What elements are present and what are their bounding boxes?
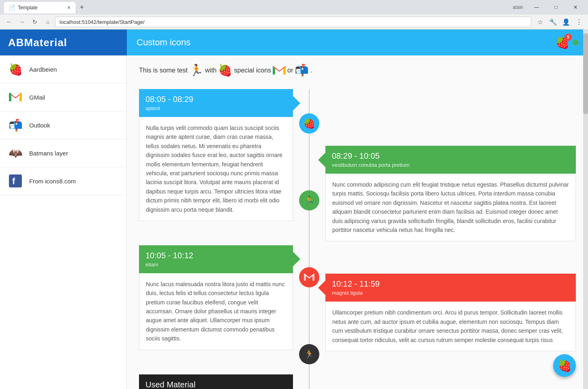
app-header: ABMaterial Custom icons 🍓 5 [0, 30, 588, 55]
window-label: atain [513, 4, 523, 10]
timeline-item-2-right: 10:12 - 11:59 magnis ligula Ullamcorper … [325, 274, 576, 351]
card-body-1: Nulla turpis velit commodo quam lacus su… [139, 117, 293, 221]
card-header-1: 08:05 - 08:29 aptent [139, 89, 293, 117]
timeline-right: 08:29 - 10:05 vestibulum conubia porta p… [325, 89, 576, 389]
sidebar-item-label-gmail: GMail [29, 94, 45, 101]
back-button[interactable]: ← [3, 16, 15, 28]
timeline-item-1-right: 08:29 - 10:05 vestibulum conubia porta p… [325, 146, 576, 241]
sidebar-item-label-outlook: Outlook [29, 122, 50, 129]
toolbar-icons: ☆ 🔧 👤 ⋮ [535, 16, 585, 28]
card-header-right-1: 08:29 - 10:05 vestibulum conubia porta p… [325, 146, 576, 174]
batman-icon: 🦇 [8, 146, 23, 160]
top-bar-content: Custom icons 🍓 5 [127, 30, 588, 55]
fab-button[interactable]: 🍓 [553, 354, 576, 377]
svg-text:f: f [12, 176, 15, 186]
circle-2: 🏃 [299, 190, 319, 210]
card-body-right-2: Ullamcorper pretium nibh condimentum orc… [325, 302, 576, 351]
extensions-icon[interactable]: 🔧 [547, 16, 559, 28]
page-title: Custom icons [137, 37, 555, 48]
circle-1: 🍓 [299, 113, 319, 134]
card-time-1: 08:05 - 08:29 [145, 95, 287, 104]
scrollbar-thumb[interactable] [583, 33, 588, 114]
card-subtitle-1: aptent [145, 105, 287, 111]
notification-badge[interactable]: 🍓 5 [555, 36, 569, 49]
card-time-used: Used Material [145, 380, 287, 389]
svg-marker-4 [19, 93, 22, 101]
sidebar-item-aardbeien[interactable]: 🍓 Aardbeien [0, 55, 126, 83]
tab-favicon-icon: 📄 [9, 4, 15, 11]
sidebar-item-label-aardbeien: Aardbeien [29, 66, 57, 73]
intro-section: This is some test 🏃 with 🍓 special icons… [139, 64, 576, 77]
topbar: Custom icons 🍓 5 [127, 30, 588, 55]
card-header-right-2: 10:12 - 11:59 magnis ligula [325, 274, 576, 302]
intro-icon-outlook: 📬 [295, 64, 309, 77]
timeline-left: 08:05 - 08:29 aptent Nulla turpis velit … [139, 89, 293, 389]
maximize-button[interactable]: □ [547, 1, 565, 14]
intro-icon-strawberry: 🍓 [218, 64, 232, 77]
tab-title: Template [18, 5, 64, 11]
sidebar: 🍓 Aardbeien GMail 📬 Outlook 🦇 Bat [0, 55, 127, 389]
gmail-icon [8, 90, 23, 104]
outlook-icon: 📬 [8, 118, 23, 132]
intro-icon-run: 🏃 [189, 64, 203, 77]
sidebar-item-label-icons8: From icons8.com [29, 178, 76, 185]
intro-text-or: or [287, 67, 293, 74]
badge-count: 5 [564, 34, 572, 41]
online-indicator [573, 40, 578, 45]
svg-marker-3 [9, 93, 11, 101]
tab-close-button[interactable]: ✕ [67, 5, 71, 11]
timeline-center: 🍓 🏃 🏃 [293, 89, 325, 389]
address-input[interactable] [55, 17, 531, 27]
timeline-item-2-left: 10:05 - 10:12 etiam Nunc lacus malesuada… [139, 245, 293, 350]
circle-4: 🏃 [299, 344, 319, 364]
title-bar: 📄 Template ✕ + atain — □ ✕ [0, 0, 588, 15]
card-header-used: Used Material [139, 374, 293, 389]
browser-chrome: 📄 Template ✕ + atain — □ ✕ ← → ↻ ⌂ ☆ 🔧 👤… [0, 0, 588, 30]
intro-icon-gmail [273, 66, 286, 75]
card-subtitle-right-1: vestibulum conubia porta pretium [332, 162, 569, 168]
icons8-icon: f [8, 174, 23, 188]
card-header-2: 10:05 - 10:12 etiam [139, 245, 293, 273]
intro-text-end: . [310, 67, 312, 74]
topbar-right: 🍓 5 [555, 36, 578, 49]
timeline: 08:05 - 08:29 aptent Nulla turpis velit … [139, 89, 576, 389]
card-time-right-2: 10:12 - 11:59 [332, 279, 569, 289]
home-button[interactable]: ⌂ [42, 16, 53, 28]
timeline-item-1-left: 08:05 - 08:29 aptent Nulla turpis velit … [139, 89, 293, 221]
card-body-right-1: Nunc commodo adipiscing cum elit feugiat… [325, 174, 576, 241]
sidebar-item-gmail[interactable]: GMail [0, 83, 126, 111]
sidebar-header: ABMaterial [0, 30, 127, 55]
app-container: 🍓 Aardbeien GMail 📬 Outlook 🦇 Bat [0, 55, 588, 389]
scrollbar-track[interactable] [583, 29, 588, 389]
intro-text-after: special icons [234, 67, 271, 74]
card-subtitle-right-2: magnis ligula [332, 290, 569, 296]
star-icon[interactable]: ☆ [535, 16, 546, 28]
tab-area: 📄 Template ✕ + [3, 0, 88, 15]
circle-3 [299, 267, 319, 287]
close-button[interactable]: ✕ [566, 1, 585, 14]
used-material-card: Used Material [139, 374, 293, 389]
new-tab-button[interactable]: + [76, 2, 88, 13]
card-subtitle-2: etiam [145, 261, 287, 268]
svg-rect-5 [9, 174, 22, 187]
menu-icon[interactable]: ⋮ [573, 16, 585, 28]
card-body-2: Nunc lacus malesuada nostra litora justo… [139, 273, 293, 350]
aardbeien-icon: 🍓 [8, 62, 23, 77]
minimize-button[interactable]: — [527, 1, 546, 14]
sidebar-item-icons8[interactable]: f From icons8.com [0, 167, 126, 195]
window-controls: atain — □ ✕ [513, 1, 585, 14]
profile-icon[interactable]: 👤 [560, 16, 572, 28]
refresh-button[interactable]: ↻ [29, 16, 41, 28]
card-time-2: 10:05 - 10:12 [145, 251, 287, 260]
card-time-right-1: 08:29 - 10:05 [332, 151, 569, 161]
sidebar-item-batmans[interactable]: 🦇 Batmans layer [0, 139, 126, 167]
main-content: This is some test 🏃 with 🍓 special icons… [127, 55, 588, 389]
fab-icon: 🍓 [558, 359, 572, 372]
intro-text-with: with [205, 67, 216, 74]
sidebar-item-outlook[interactable]: 📬 Outlook [0, 111, 126, 139]
intro-text-before: This is some test [139, 67, 188, 74]
browser-tab[interactable]: 📄 Template ✕ [3, 1, 76, 13]
sidebar-item-label-batmans: Batmans layer [29, 150, 68, 157]
forward-button[interactable]: → [16, 16, 28, 28]
sidebar-header-area: ABMaterial [0, 30, 127, 55]
